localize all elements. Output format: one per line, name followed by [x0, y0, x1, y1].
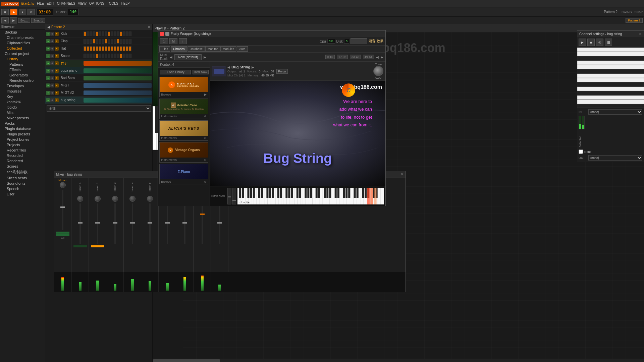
- pitch-wheel[interactable]: [227, 188, 231, 204]
- pad[interactable]: [84, 54, 86, 58]
- insert3-knob[interactable]: [112, 196, 118, 202]
- ch-solo-mgt2[interactable]: ◉: [50, 91, 54, 95]
- ch-solo-mgt[interactable]: ◉: [50, 83, 54, 87]
- sidebar-item-clipboard[interactable]: Clipboard files: [0, 40, 45, 46]
- sidebar-item-soundfonts[interactable]: Soundfonts: [0, 181, 45, 186]
- pad[interactable]: [99, 54, 101, 58]
- pad[interactable]: [108, 39, 110, 44]
- pad[interactable]: [96, 32, 98, 36]
- pad[interactable]: [84, 46, 86, 51]
- pad[interactable]: [123, 39, 125, 44]
- piano-roll-block-zhuzi[interactable]: [84, 61, 152, 66]
- sidebar-item-projects[interactable]: Projects: [0, 142, 45, 147]
- sidebar-item-recorded[interactable]: Recorded: [0, 153, 45, 158]
- sidebar-item-backup[interactable]: Backup: [0, 29, 45, 35]
- insert5-knob[interactable]: [147, 196, 153, 202]
- kontakt-master-btn[interactable]: M: [169, 38, 177, 44]
- ch-solo-bad-bass[interactable]: ◉: [50, 76, 54, 80]
- pad[interactable]: [129, 54, 131, 58]
- pad[interactable]: [90, 54, 92, 58]
- playlist-scrollbar[interactable]: [153, 359, 644, 362]
- pad[interactable]: [93, 54, 95, 58]
- pad[interactable]: [123, 46, 125, 51]
- sidebar-item-speech[interactable]: Speech: [0, 186, 45, 191]
- pad[interactable]: [108, 46, 110, 51]
- ch-solo-snare[interactable]: ◉: [50, 54, 54, 58]
- menu-channels[interactable]: CHANNELS: [57, 2, 75, 5]
- sidebar-item-mixer-presets[interactable]: Mixer presets: [0, 115, 45, 121]
- pad[interactable]: [114, 54, 116, 58]
- library-instruments-label[interactable]: Instruments: [161, 115, 177, 118]
- cs-btn3[interactable]: ◎: [596, 39, 603, 46]
- pad[interactable]: [90, 39, 92, 44]
- mod-wheel[interactable]: [232, 188, 236, 204]
- sidebar-item-project-bones[interactable]: Project bones: [0, 137, 45, 142]
- kontakt-tab-monitor[interactable]: Monitor: [205, 46, 220, 52]
- pad[interactable]: [129, 46, 131, 51]
- pad[interactable]: [102, 54, 104, 58]
- insert1-fader[interactable]: [78, 222, 83, 224]
- insert8-fader[interactable]: [200, 214, 205, 215]
- sidebar-item-impulses[interactable]: Impulses: [0, 88, 45, 94]
- piano-roll-block-bug-string[interactable]: [84, 98, 152, 103]
- ch-mute-snare[interactable]: ●: [46, 54, 50, 58]
- out-select[interactable]: (none): [588, 155, 642, 161]
- insert4-knob[interactable]: [129, 196, 136, 202]
- tempo-display[interactable]: 140: [68, 9, 78, 15]
- piano-roll-block-bad-bass[interactable]: [84, 76, 152, 80]
- pad[interactable]: [84, 32, 86, 36]
- cs-close-button[interactable]: ✕: [639, 32, 642, 36]
- menu-tools[interactable]: TOOLS: [107, 2, 118, 5]
- pad[interactable]: [129, 32, 131, 36]
- sidebar-item-generators[interactable]: Generators: [0, 72, 45, 78]
- alicia-icon[interactable]: ⊕: [204, 136, 207, 140]
- pad[interactable]: [123, 54, 125, 58]
- ch-menu-kick[interactable]: ▼: [55, 32, 59, 36]
- sidebar-item-envelopes[interactable]: Envelopes: [0, 83, 45, 88]
- pad[interactable]: [120, 46, 122, 51]
- ch-mute-clap[interactable]: ●: [46, 39, 50, 43]
- alicia-instruments-label[interactable]: Instruments: [161, 136, 177, 140]
- pad[interactable]: [84, 39, 86, 44]
- ch-mute-bad-bass[interactable]: ●: [46, 76, 50, 80]
- kontakt-tab-files[interactable]: Files: [159, 46, 170, 52]
- pad[interactable]: [111, 32, 113, 36]
- pad[interactable]: [99, 46, 101, 51]
- pad[interactable]: [102, 46, 104, 51]
- sidebar-item-key[interactable]: Key: [0, 94, 45, 99]
- ch-menu-clap[interactable]: ▼: [55, 39, 59, 43]
- pad[interactable]: [105, 39, 107, 44]
- pad[interactable]: [90, 32, 92, 36]
- pad[interactable]: [123, 32, 125, 36]
- pad[interactable]: [114, 32, 116, 36]
- master-fader[interactable]: [60, 206, 65, 208]
- kontakt-browse-btn[interactable]: 🗂: [160, 38, 168, 44]
- play-button[interactable]: ▶: [10, 9, 17, 15]
- pad[interactable]: [96, 39, 98, 44]
- insert3-fader[interactable]: [113, 222, 117, 224]
- sidebar-item-current-project[interactable]: Current project: [0, 51, 45, 56]
- range-btn-2[interactable]: 17-32: [337, 55, 348, 59]
- cs-btn2[interactable]: ■: [587, 39, 595, 46]
- pad[interactable]: [93, 46, 95, 51]
- range-btn-3[interactable]: 33-48: [350, 55, 361, 59]
- insert1-knob[interactable]: [77, 196, 83, 202]
- sidebar-item-misc[interactable]: Misc: [0, 110, 45, 115]
- sidebar-item-scores[interactable]: Scores: [0, 164, 45, 169]
- sidebar-item-plugin-database[interactable]: Plugin database: [0, 126, 45, 131]
- ch-solo-kick[interactable]: ◉: [50, 32, 54, 36]
- kontakt-view-btn[interactable]: [351, 38, 367, 44]
- pad[interactable]: [126, 39, 128, 44]
- loop-button[interactable]: ⟳: [28, 9, 35, 15]
- snap-toggle[interactable]: Snap 1: [31, 18, 46, 23]
- sidebar-item-rendered[interactable]: Rendered: [0, 158, 45, 164]
- pad[interactable]: [87, 54, 89, 58]
- sidebar-item-logicfx[interactable]: logicfx: [0, 105, 45, 110]
- kontakt-close-button[interactable]: [160, 32, 164, 36]
- lib-instr-now-btn[interactable]: Instr Now: [193, 70, 209, 74]
- library-card-factory[interactable]: K KONTAKT FACTORY LIBRARY Browse ▶: [159, 77, 208, 97]
- browser-toggle[interactable]: Bro...: [18, 18, 30, 23]
- channel-rack-close[interactable]: ✕: [148, 25, 150, 29]
- sidebar-item-remote-control[interactable]: Remote control: [0, 78, 45, 83]
- sidebar-item-effects[interactable]: Effects: [0, 67, 45, 72]
